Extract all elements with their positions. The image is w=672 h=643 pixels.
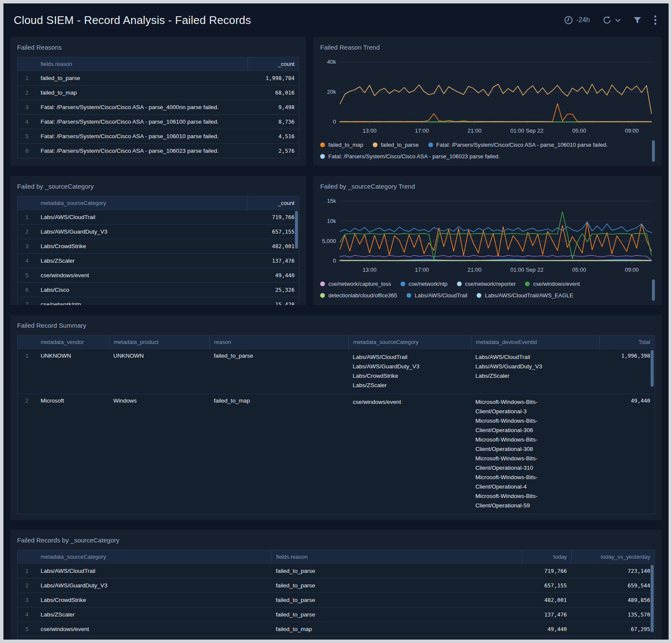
legend-label: cse/network/ntp [409, 281, 448, 287]
today-cell: 137,476 [522, 607, 571, 622]
reason-cell: failed_to_map [271, 622, 522, 636]
column-header[interactable]: _count [248, 196, 299, 210]
legend-item[interactable]: cse/network/capture_loss [320, 281, 391, 287]
svg-text:09:00: 09:00 [625, 127, 639, 134]
refresh-control[interactable] [602, 15, 621, 25]
column-header[interactable]: Total [599, 335, 654, 349]
table-row[interactable]: 5cse/windows/eventfailed_to_map49,44067,… [18, 622, 654, 636]
column-header[interactable]: today [522, 550, 571, 563]
svg-text:13:00: 13:00 [363, 127, 377, 134]
legend-dot-icon [401, 281, 405, 286]
legend-dot-icon [428, 142, 433, 147]
table-row[interactable]: 6Fatal: /Parsers/System/Cisco/Cisco ASA … [18, 143, 299, 158]
legend-item[interactable]: cse/windows/event [525, 281, 580, 287]
column-header[interactable]: fields.reason [36, 57, 248, 71]
table-row[interactable]: 6Labs/Cisco25,326 [18, 282, 299, 297]
row-number: 1 [18, 349, 36, 394]
table-row[interactable]: 5cse/windows/event49,440 [18, 268, 299, 282]
legend-item[interactable]: failed_to_map [320, 142, 363, 148]
device-event-id-cell: Microsoft-Windows-Bits-Client/Operationa… [471, 394, 599, 514]
row-label: failed_to_map [36, 86, 248, 100]
row-count: 8,736 [248, 115, 299, 129]
row-number: 6 [18, 144, 36, 158]
column-header[interactable]: metadata_vendor [36, 335, 109, 349]
table-row[interactable]: 4Labs/ZScaler137,476 [18, 253, 299, 268]
row-label: failed_to_parse [36, 71, 248, 85]
table-row[interactable]: 1Labs/AWS/CloudTrail719,766 [18, 210, 299, 224]
legend-row: detectionlab/cloud/office365Labs/AWS/Clo… [320, 290, 649, 301]
row-count: 657,155 [248, 225, 299, 239]
scrollbar-thumb[interactable] [295, 211, 298, 249]
row-number: 5 [18, 622, 36, 636]
column-header[interactable]: metadata_deviceEventId [471, 335, 599, 349]
table-row[interactable]: 2Labs/AWS/GuardDuty_V3657,155 [18, 224, 299, 239]
row-number: 6 [18, 637, 36, 641]
header-actions: -24h [564, 15, 657, 25]
svg-text:05:00: 05:00 [572, 267, 587, 273]
panel-failed-by-sourcecategory: Failed by _sourceCategory metadata_sourc… [10, 176, 306, 305]
table-row[interactable]: 6cse/network/ntpfailed_to_map15,42816,96… [18, 636, 654, 641]
row-number: 1 [18, 564, 36, 578]
failed-record-summary-table: metadata_vendor metadata_product reason … [17, 335, 655, 514]
table-row[interactable]: 4Labs/ZScalerfailed_to_parse137,476135,5… [18, 607, 654, 622]
column-header[interactable]: metadata_sourceCategory [36, 196, 248, 210]
legend-item[interactable]: detectionlab/cloud/office365 [320, 292, 397, 299]
table-row[interactable]: 3Labs/CrowdStrikefailed_to_parse482,0014… [18, 593, 654, 607]
legend-item[interactable]: Fatal: /Parsers/System/Cisco/Cisco ASA -… [320, 153, 500, 160]
table-row[interactable]: 3Fatal: /Parsers/System/Cisco/Cisco ASA … [18, 100, 299, 114]
legend-item[interactable]: Labs/AWS/CloudTrail/AWS_EAGLE [477, 292, 573, 299]
svg-text:17:00: 17:00 [415, 267, 429, 273]
source-category-cell: Labs/AWS/CloudTrailLabs/AWS/GuardDuty_V3… [348, 349, 471, 394]
column-header[interactable]: metadata_sourceCategory [36, 550, 271, 563]
time-range-control[interactable]: -24h [564, 15, 590, 25]
legend-label: cse/windows/event [533, 281, 580, 287]
column-header[interactable]: metadata_sourceCategory [348, 335, 471, 349]
row-number: 3 [18, 593, 36, 607]
product-cell: UNKNOWN [109, 349, 209, 394]
kebab-menu-button[interactable] [654, 15, 657, 25]
scrollbar-thumb[interactable] [651, 350, 654, 387]
row-count: 1,998,784 [248, 71, 299, 85]
table-row[interactable]: 2Labs/AWS/GuardDuty_V3failed_to_parse657… [18, 578, 654, 593]
svg-text:40k: 40k [327, 59, 336, 65]
svg-text:0: 0 [333, 258, 336, 264]
table-header-row: fields.reason _count [18, 57, 299, 71]
table-row[interactable]: 2MicrosoftWindowsfailed_to_mapcse/window… [18, 394, 654, 514]
legend-item[interactable]: cse/network/reporter [457, 281, 516, 287]
row-label: cse/windows/event [36, 268, 248, 282]
failed-reason-trend-chart[interactable]: 40k20k013:0017:0021:0001:00 Sep 2205:000… [320, 57, 655, 137]
legend-item[interactable]: Fatal: /Parsers/System/Cisco/Cisco ASA -… [428, 142, 608, 148]
table-row[interactable]: 1Labs/AWS/CloudTrailfailed_to_parse719,7… [18, 563, 654, 578]
table-row[interactable]: 7cse/network/ntp15,428 [18, 297, 299, 305]
scrollbar-thumb[interactable] [652, 279, 655, 301]
failed-by-sourcecategory-trend-chart[interactable]: 15k10k5,000013:0017:0021:0001:00 Sep 220… [320, 196, 655, 276]
legend-label: Labs/AWS/CloudTrail [415, 292, 467, 299]
table-row[interactable]: 1UNKNOWNUNKNOWNfailed_to_parseLabs/AWS/C… [18, 349, 654, 394]
table-header-row: metadata_vendor metadata_product reason … [18, 335, 654, 349]
table-row[interactable]: 2failed_to_map68,016 [18, 85, 299, 100]
table-row[interactable]: 5Fatal: /Parsers/System/Cisco/Cisco ASA … [18, 129, 299, 143]
legend-item[interactable]: Labs/AWS/CloudTrail [407, 292, 467, 299]
product-cell: Windows [109, 394, 209, 514]
source-category-cell: Labs/AWS/CloudTrail [36, 564, 271, 578]
filter-button[interactable] [633, 15, 642, 25]
legend-row: Fatal: /Parsers/System/Cisco/Cisco ASA -… [320, 151, 649, 162]
legend-item[interactable]: cse/network/ntp [401, 281, 448, 287]
column-header[interactable]: today_vs_yesterday [571, 550, 654, 563]
table-row[interactable]: 4Fatal: /Parsers/System/Cisco/Cisco ASA … [18, 114, 299, 129]
legend-dot-icon [457, 281, 462, 286]
column-header[interactable]: _count [248, 57, 299, 71]
refresh-icon [602, 15, 612, 25]
scrollbar-thumb[interactable] [651, 565, 654, 632]
legend-item[interactable]: failed_to_parse [373, 142, 419, 148]
column-header[interactable]: metadata_product [109, 335, 209, 349]
table-row[interactable]: 3Labs/CrowdStrike482,001 [18, 239, 299, 253]
row-count: 719,766 [248, 210, 299, 224]
row-count: 25,326 [248, 283, 299, 297]
scrollbar-thumb[interactable] [652, 140, 655, 162]
svg-text:15k: 15k [327, 198, 336, 204]
column-header[interactable]: fields.reason [271, 550, 522, 563]
column-header[interactable]: reason [209, 335, 348, 349]
panel-failed-reason-trend: Failed Reason Trend 40k20k013:0017:0021:… [313, 37, 662, 166]
table-row[interactable]: 1failed_to_parse1,998,784 [18, 71, 299, 85]
